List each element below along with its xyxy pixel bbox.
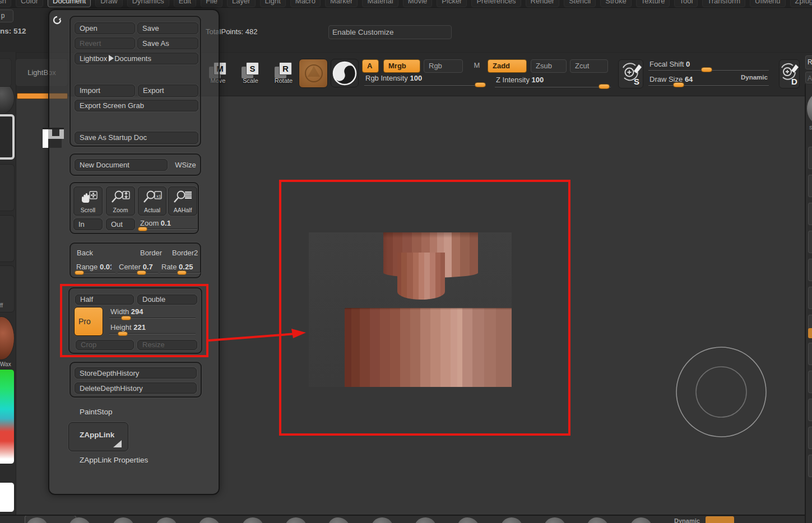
- right-shelf-button[interactable]: [808, 371, 812, 393]
- delete-depth-history-button[interactable]: DeleteDepthHistory: [75, 382, 197, 394]
- tab-fragment[interactable]: [0, 58, 12, 87]
- alpha-channel-button[interactable]: A: [362, 59, 379, 73]
- menu-item[interactable]: Dynamics: [127, 0, 169, 7]
- actual-button[interactable]: x1 Actual: [138, 186, 166, 216]
- export-button[interactable]: Export: [138, 85, 198, 97]
- focal-shift-slider[interactable]: Focal Shift 0: [648, 60, 769, 71]
- zapplink-properties-button[interactable]: ZAppLink Properties: [80, 456, 148, 464]
- save-button[interactable]: Save: [137, 22, 198, 34]
- zoom-in-button[interactable]: In: [73, 218, 103, 230]
- revert-button[interactable]: Revert: [75, 38, 135, 49]
- menu-item[interactable]: Macro: [290, 0, 321, 7]
- menu-item[interactable]: UIMenu: [750, 0, 786, 7]
- right-shelf-button[interactable]: [808, 147, 812, 169]
- menu-item[interactable]: Picker: [437, 0, 467, 7]
- dynamic-draw-size-button[interactable]: D: [779, 59, 800, 88]
- menu-item[interactable]: File: [201, 0, 222, 7]
- right-shelf-button[interactable]: [808, 231, 812, 253]
- enable-customize-button[interactable]: Enable Customize: [328, 25, 452, 39]
- tray-thumbnail[interactable]: [544, 517, 566, 523]
- tool-thumbnail[interactable]: [0, 114, 15, 160]
- right-shelf-button[interactable]: [808, 399, 812, 421]
- material-thumbnail[interactable]: [0, 316, 15, 360]
- tray-thumbnail[interactable]: [457, 517, 480, 523]
- rate-handle[interactable]: [177, 270, 187, 275]
- tray-thumbnail[interactable]: [242, 517, 264, 523]
- menu-item[interactable]: Edit: [174, 0, 196, 7]
- color-picker[interactable]: [0, 369, 15, 464]
- mrgb-button[interactable]: Mrgb: [383, 59, 420, 73]
- tray-thumbnail[interactable]: [500, 517, 523, 523]
- tray-thumbnail[interactable]: [155, 517, 178, 523]
- export-screen-grab-button[interactable]: Export Screen Grab: [75, 100, 198, 111]
- aahalf-button[interactable]: AAHalf: [168, 186, 197, 216]
- zoom-button[interactable]: Zoom: [106, 186, 135, 216]
- menu-item[interactable]: Color: [16, 0, 43, 7]
- sculptris-pro-button[interactable]: S: [618, 59, 643, 88]
- back-button[interactable]: Back: [77, 249, 93, 257]
- menu-item[interactable]: Render: [526, 0, 560, 7]
- rgb-intensity-slider[interactable]: Rgb Intensity 100: [364, 74, 486, 86]
- menu-item[interactable]: Stencil: [564, 0, 596, 7]
- palette-dock-icon[interactable]: [53, 16, 62, 25]
- menu-item[interactable]: Tool: [674, 0, 698, 7]
- paintstop-button[interactable]: PaintStop: [80, 408, 113, 416]
- tray-thumbnail[interactable]: [371, 517, 393, 523]
- alpha-thumbnail[interactable]: [0, 215, 15, 262]
- tray-dynamic-label[interactable]: Dynamic: [674, 517, 700, 523]
- right-cut-button-top[interactable]: Re: [805, 55, 812, 69]
- save-as-button[interactable]: Save As: [137, 38, 198, 49]
- menu-item[interactable]: Preferences: [471, 0, 521, 7]
- current-color-swatch[interactable]: [0, 482, 15, 512]
- tray-thumbnail[interactable]: [630, 517, 652, 523]
- tray-thumbnail[interactable]: [587, 517, 609, 523]
- zapplink-button[interactable]: ZAppLink: [68, 422, 128, 451]
- tray-thumbnail[interactable]: [112, 517, 134, 523]
- m-button[interactable]: M: [466, 59, 483, 73]
- current-stroke-button[interactable]: [331, 59, 359, 87]
- tray-thumbnail[interactable]: [414, 517, 437, 523]
- center-slider[interactable]: Center 0.7: [118, 263, 158, 273]
- import-button[interactable]: Import: [75, 85, 135, 97]
- dynamic-mode-label[interactable]: Dynamic: [741, 74, 768, 81]
- zcut-button[interactable]: Zcut: [570, 59, 608, 73]
- right-shelf-sphere[interactable]: [807, 94, 812, 124]
- menu-item[interactable]: Transform: [702, 0, 745, 7]
- border2-button[interactable]: Border2: [172, 249, 201, 257]
- menu-item[interactable]: Texture: [636, 0, 670, 7]
- brush-thumbnail[interactable]: [0, 82, 15, 114]
- focal-shift-handle[interactable]: [701, 67, 712, 72]
- store-depth-history-button[interactable]: StoreDepthHistory: [75, 367, 197, 379]
- stroke-thumbnail[interactable]: [0, 164, 15, 211]
- tray-thumbnail[interactable]: [198, 517, 221, 523]
- rgb-intensity-handle[interactable]: [475, 82, 486, 87]
- border-button[interactable]: Border: [140, 249, 162, 257]
- lightbox-documents-button[interactable]: LightboxDocuments: [75, 53, 198, 64]
- menu-item[interactable]: Movie: [403, 0, 433, 7]
- zoom-out-button[interactable]: Out: [106, 218, 135, 230]
- zsub-button[interactable]: Zsub: [531, 59, 567, 73]
- range-slider[interactable]: Range 0.01: [75, 263, 115, 273]
- save-as-startup-doc-button[interactable]: Save As Startup Doc: [75, 132, 198, 144]
- tray-thumbnail[interactable]: [328, 517, 350, 523]
- range-handle[interactable]: [75, 270, 84, 275]
- right-shelf-button[interactable]: [808, 455, 812, 477]
- right-shelf-button[interactable]: [808, 287, 812, 309]
- menu-item[interactable]: Zplugin: [790, 0, 812, 7]
- title-partial-button[interactable]: p: [0, 10, 13, 22]
- texture-thumbnail[interactable]: ff: [0, 265, 15, 312]
- zoom-slider[interactable]: Zoom 0.1: [139, 219, 197, 230]
- right-cut-button-bottom[interactable]: Ac: [805, 72, 812, 83]
- menu-item[interactable]: Marker: [325, 0, 358, 7]
- rate-slider[interactable]: Rate 0.25: [160, 263, 201, 273]
- menu-item[interactable]: Light: [260, 0, 286, 7]
- right-shelf-button[interactable]: [808, 175, 812, 197]
- tray-orange-button[interactable]: [706, 516, 734, 523]
- zadd-button[interactable]: Zadd: [488, 59, 527, 73]
- open-button[interactable]: Open: [75, 22, 135, 34]
- z-intensity-slider[interactable]: Z Intensity 100: [495, 76, 611, 87]
- menu-item[interactable]: Document: [48, 0, 91, 7]
- right-shelf-button[interactable]: [808, 259, 812, 281]
- center-handle[interactable]: [137, 270, 146, 275]
- menu-item[interactable]: Layer: [227, 0, 256, 7]
